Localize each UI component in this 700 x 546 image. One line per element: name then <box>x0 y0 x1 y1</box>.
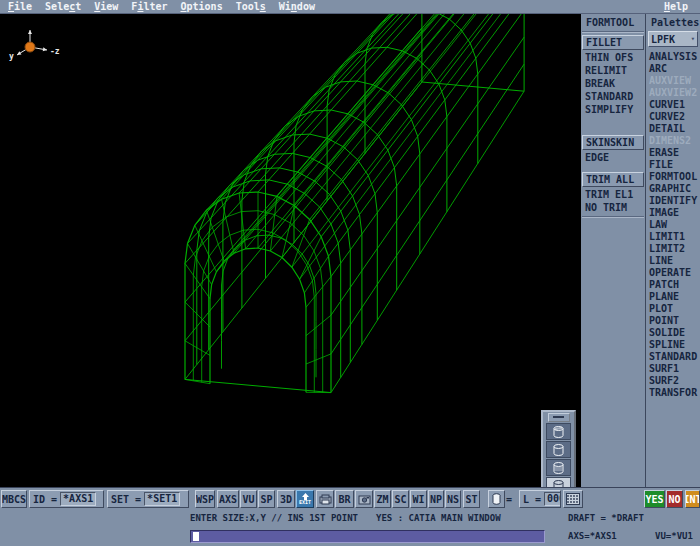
layer-field-value: 000 <box>544 492 561 506</box>
axis-label-y: y <box>9 52 14 61</box>
formtool-item-simplify[interactable]: SIMPLIFY <box>581 103 645 116</box>
toolbar-button-wsp[interactable]: WSP <box>195 490 215 508</box>
toolbar-button-np[interactable]: NP <box>428 490 444 508</box>
palette-item-law[interactable]: LAW <box>646 219 700 231</box>
mbcs-button[interactable]: MBCS <box>1 490 27 508</box>
toolbar-button-axs[interactable]: AXS <box>217 490 239 508</box>
set-field-label: SET = <box>111 494 141 505</box>
toolbar-button-br[interactable]: BR <box>335 490 354 508</box>
divider <box>582 31 644 33</box>
toolbar-button-vu[interactable]: VU <box>240 490 257 508</box>
toolbar-button-zm[interactable]: ZM <box>374 490 391 508</box>
toolbar-button-sp[interactable]: SP <box>258 490 275 508</box>
toolbar-button-sc[interactable]: SC <box>392 490 409 508</box>
palette-item-file[interactable]: FILE <box>646 159 700 171</box>
palette-selector[interactable]: LPFK ▾ <box>648 31 698 47</box>
layer-field[interactable]: L =000 <box>519 490 561 508</box>
axs-indicator: AXS=*AXS1 <box>568 531 617 541</box>
right-panel: FORMTOOL FILLETTHIN OFSRELIMITBREAKSTAND… <box>581 14 700 487</box>
palette-item-operate[interactable]: OPERATE <box>646 267 700 279</box>
palette-item-curve1[interactable]: CURVE1 <box>646 99 700 111</box>
formtool-item-edge[interactable]: EDGE <box>581 151 645 164</box>
palette-item-solide[interactable]: SOLIDE <box>646 327 700 339</box>
formtool-item-skinskin[interactable]: SKINSKIN <box>582 135 644 150</box>
palette-item-arc[interactable]: ARC <box>646 63 700 75</box>
menu-item-help[interactable]: Help <box>664 1 688 12</box>
plot-icon[interactable] <box>316 490 334 508</box>
menu-item-select[interactable]: Select <box>45 1 81 12</box>
wireframe-model: y-z <box>0 14 581 487</box>
id-field[interactable]: ID =*AXS1 <box>29 490 104 508</box>
palette-item-limit2[interactable]: LIMIT2 <box>646 243 700 255</box>
formtool-item-trim-all[interactable]: TRIM ALL <box>582 172 644 187</box>
cylinder-outline-icon[interactable] <box>546 441 571 458</box>
viewport-3d[interactable]: y-z <box>0 14 581 487</box>
bottom-toolbar: MBCSID =*AXS1SET =*SET1WSPAXSVUSP3DEXITB… <box>0 487 700 510</box>
answer-int-button[interactable]: INT <box>685 490 700 508</box>
formtool-item-relimit[interactable]: RELIMIT <box>581 64 645 77</box>
cylinder-section-icon[interactable] <box>546 459 571 476</box>
formtool-title: FORMTOOL <box>581 14 645 29</box>
chevron-down-icon: ▾ <box>691 35 695 43</box>
answer-no-button[interactable]: NO <box>666 490 683 508</box>
window-message: YES : CATIA MAIN WINDOW <box>376 513 501 523</box>
menu-item-file[interactable]: File <box>8 1 32 12</box>
menu-item-view[interactable]: View <box>94 1 118 12</box>
toolbar-button-wi[interactable]: WI <box>410 490 427 508</box>
toolbar-button-ns[interactable]: NS <box>445 490 461 508</box>
cylinder-mesh-icon[interactable] <box>546 423 571 440</box>
menu-item-tools[interactable]: Tools <box>236 1 266 12</box>
answer-yes-button[interactable]: YES <box>644 490 665 508</box>
exit-button[interactable]: EXIT <box>296 490 314 508</box>
palette-collapse-button[interactable] <box>548 413 570 422</box>
palette-item-identify[interactable]: IDENTIFY <box>646 195 700 207</box>
input-row: AXS=*AXS1 VU=*VU1 <box>0 528 700 546</box>
formtool-item-no-trim[interactable]: NO TRIM <box>581 201 645 214</box>
prompt-message: ENTER SIZE:X,Y // INS 1ST POINT <box>190 513 358 523</box>
palette-item-plot[interactable]: PLOT <box>646 303 700 315</box>
menu-item-options[interactable]: Options <box>181 1 223 12</box>
cylinder-icon[interactable] <box>488 490 505 508</box>
palette-item-standard[interactable]: STANDARD <box>646 351 700 363</box>
palette-item-detail[interactable]: DETAIL <box>646 123 700 135</box>
toolbar-button-3d[interactable]: 3D <box>277 490 295 508</box>
text-cursor <box>193 532 199 541</box>
palette-item-auxview2: AUXVIEW2 <box>646 87 700 99</box>
palette-item-spline[interactable]: SPLINE <box>646 339 700 351</box>
formtool-panel: FORMTOOL FILLETTHIN OFSRELIMITBREAKSTAND… <box>581 14 646 487</box>
snapshot-icon[interactable] <box>355 490 373 508</box>
palette-item-point[interactable]: POINT <box>646 315 700 327</box>
equals-sign: = <box>506 490 516 508</box>
formtool-item-fillet[interactable]: FILLET <box>582 35 644 50</box>
palette-item-image[interactable]: IMAGE <box>646 207 700 219</box>
exit-label: EXIT <box>299 500 311 505</box>
set-field[interactable]: SET =*SET1 <box>107 490 189 508</box>
palette-item-curve2[interactable]: CURVE2 <box>646 111 700 123</box>
palette-item-analysis[interactable]: ANALYSIS <box>646 51 700 63</box>
palette-item-surf2[interactable]: SURF2 <box>646 375 700 387</box>
palette-item-patch[interactable]: PATCH <box>646 279 700 291</box>
palette-item-transfor[interactable]: TRANSFOR <box>646 387 700 399</box>
menu-item-window[interactable]: Window <box>279 1 315 12</box>
menu-bar: FileSelectViewFilterOptionsToolsWindowHe… <box>0 0 700 14</box>
palette-item-line[interactable]: LINE <box>646 255 700 267</box>
id-field-label: ID = <box>33 494 57 505</box>
menu-item-filter[interactable]: Filter <box>131 1 167 12</box>
formtool-item-standard[interactable]: STANDARD <box>581 90 645 103</box>
set-field-value: *SET1 <box>144 492 180 506</box>
palette-item-formtool[interactable]: FORMTOOL <box>646 171 700 183</box>
palette-item-plane[interactable]: PLANE <box>646 291 700 303</box>
formtool-item-trim-el1[interactable]: TRIM EL1 <box>581 188 645 201</box>
toolbar-button-st[interactable]: ST <box>463 490 480 508</box>
formtool-item-thin-ofs[interactable]: THIN OFS <box>581 51 645 64</box>
command-input[interactable] <box>190 530 545 543</box>
palette-selector-value: LPFK <box>651 34 675 45</box>
palette-item-erase[interactable]: ERASE <box>646 147 700 159</box>
palette-item-surf1[interactable]: SURF1 <box>646 363 700 375</box>
palette-item-graphic[interactable]: GRAPHIC <box>646 183 700 195</box>
keypad-icon[interactable] <box>563 490 583 508</box>
palette-item-limit1[interactable]: LIMIT1 <box>646 231 700 243</box>
formtool-item-break[interactable]: BREAK <box>581 77 645 90</box>
palettes-title: Palettes: <box>646 14 700 29</box>
layer-field-label: L = <box>523 494 541 505</box>
